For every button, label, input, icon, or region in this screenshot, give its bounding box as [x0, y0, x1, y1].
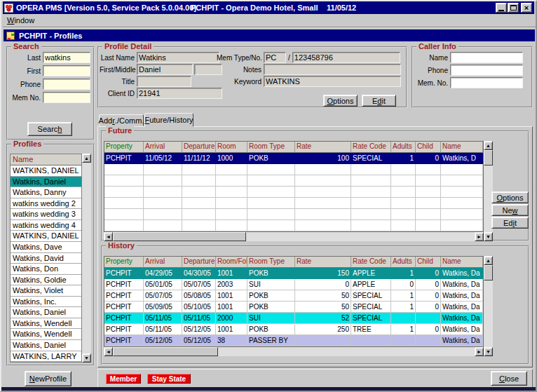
scroll-left-icon[interactable]: ◄ [104, 232, 113, 241]
table-cell: POKB [247, 153, 295, 164]
future-group-label: Future [106, 126, 134, 135]
profile-list-item[interactable]: Watkins, Daniel [11, 340, 81, 351]
profile-list-item[interactable]: watkins wedding 2 [11, 198, 81, 210]
detail-title-label: Title [100, 78, 135, 86]
table-row[interactable]: PCHPIT05/12/0505/12/0538PASSER BYWatkins… [104, 335, 483, 346]
detail-last-name-field[interactable] [137, 52, 219, 63]
scroll-down-icon[interactable]: ▼ [82, 353, 91, 363]
scrollbar-track[interactable] [113, 347, 475, 356]
caller-phone-input[interactable] [450, 65, 523, 76]
table-row[interactable]: PCHPIT05/07/0505/08/051001POKB50SPECIAL1… [104, 290, 483, 302]
profile-list-item[interactable]: watkins wedding 4 [11, 220, 81, 231]
table-row[interactable]: PCHPIT04/29/0504/30/051001POKB150APPLE10… [104, 268, 483, 279]
profile-list-item[interactable]: Watkins, Daniel [11, 307, 81, 318]
table-row[interactable]: PCHPIT05/09/0505/10/051001POKB50SPECIAL1… [104, 302, 483, 313]
table-row[interactable]: PCHPIT05/11/0505/11/052000SUI52SPECIALWa… [104, 313, 483, 324]
notes-field[interactable] [264, 64, 401, 75]
scroll-down-icon[interactable]: ▼ [484, 232, 493, 241]
scroll-right-icon[interactable]: ► [475, 232, 484, 241]
profile-list-item[interactable]: watkins wedding 3 [11, 209, 81, 220]
search-mem-no-input[interactable] [43, 92, 90, 103]
scroll-up-icon[interactable]: ▲ [484, 256, 493, 265]
new-profile-button[interactable]: New Profile [25, 371, 72, 386]
table-cell [351, 220, 391, 231]
close-window-button[interactable]: × [521, 3, 532, 13]
profile-list-item[interactable]: Watkins, David [11, 253, 81, 264]
profile-list-item[interactable]: Watkins, Goldie [11, 275, 81, 286]
profile-list-item[interactable]: Watkins, Violet [11, 285, 81, 297]
profile-list-item[interactable]: Watkins, Don [11, 264, 81, 275]
table-row[interactable]: PCHPIT05/11/0505/12/051001POKB250TREE10W… [104, 324, 483, 335]
profile-list-item[interactable]: WATKINS, DANIEL [11, 165, 81, 177]
detail-options-button[interactable]: Options [323, 95, 358, 107]
maximize-button[interactable] [508, 3, 519, 13]
caller-name-input[interactable] [450, 52, 523, 63]
table-cell [391, 220, 416, 231]
scrollbar-thumb[interactable] [113, 232, 246, 241]
table-row[interactable]: PCHPIT05/01/0505/07/052003SUI0APPLE00Wat… [104, 279, 483, 290]
minimize-button[interactable] [496, 3, 507, 13]
keyword-field[interactable] [264, 76, 401, 87]
search-group: Search Last First Phone Mem No. Search [6, 46, 95, 140]
caller-mem-no-input[interactable] [450, 77, 523, 88]
scrollbar-track[interactable] [113, 232, 475, 241]
new-button[interactable]: New [491, 204, 529, 216]
table-cell: PCHPIT [104, 313, 144, 324]
search-last-input[interactable] [43, 52, 90, 63]
table-cell: Watkins, Da [441, 268, 483, 279]
table-cell: 1 [391, 268, 416, 279]
profile-list-item[interactable]: Watkins, Danny [11, 187, 81, 198]
scrollbar-thumb[interactable] [113, 347, 218, 356]
tab-future-history[interactable]: Future/History [144, 113, 193, 127]
table-empty-row [104, 164, 483, 175]
table-cell: PCHPIT [104, 335, 144, 346]
history-h-scrollbar: ◄ ► [104, 347, 484, 356]
detail-client-id-field[interactable] [137, 88, 222, 99]
profile-list-item[interactable]: Watkins, Wendell [11, 318, 81, 330]
profile-list-item[interactable]: WATKINS, LARRY [11, 351, 81, 363]
table-cell: 0 [416, 153, 441, 164]
close-button[interactable]: Close [491, 371, 527, 386]
table-cell [295, 220, 351, 231]
scroll-up-icon[interactable]: ▲ [484, 141, 493, 150]
table-cell [104, 175, 144, 187]
profile-list-item[interactable]: Watkins, Wendell [11, 329, 81, 340]
mem-no-field[interactable] [292, 52, 400, 63]
scrollbar-track[interactable] [82, 163, 91, 353]
detail-first-name-field[interactable] [137, 64, 193, 75]
column-header: Departure [182, 257, 216, 268]
stay-state-legend-button[interactable]: Stay State [147, 374, 191, 384]
table-cell [351, 187, 391, 198]
table-cell: 250 [295, 324, 351, 335]
scroll-right-icon[interactable]: ► [475, 347, 484, 356]
profiles-window-icon [6, 32, 15, 40]
search-button[interactable]: Search [27, 122, 72, 136]
options-button[interactable]: Options [491, 191, 529, 203]
profile-list-item[interactable]: Watkins, Inc. [11, 297, 81, 308]
tab-addr-comm[interactable]: Addr./Comm. [99, 114, 144, 126]
search-phone-input[interactable] [43, 79, 90, 90]
profile-list-item[interactable]: Watkins, Daniel [11, 177, 81, 188]
scroll-up-icon[interactable]: ▲ [82, 154, 91, 163]
mem-type-field[interactable] [264, 52, 286, 63]
detail-edit-button[interactable]: Edit [362, 95, 396, 107]
profile-list-item[interactable]: Watkins, Dave [11, 242, 81, 253]
edit-button[interactable]: Edit [491, 217, 529, 229]
scroll-left-icon[interactable]: ◄ [104, 347, 113, 356]
scroll-down-icon[interactable]: ▼ [484, 347, 493, 356]
column-header: Property [104, 142, 144, 153]
profile-list-item[interactable]: WATKINS, DANIEL [11, 231, 81, 242]
scrollbar-track[interactable] [484, 265, 493, 347]
scrollbar-thumb[interactable] [484, 265, 493, 281]
legend-panel: Member Stay State [97, 369, 533, 388]
table-cell: 1000 [216, 153, 247, 164]
table-row[interactable]: PCHPIT11/05/1211/11/121000POKB100SPECIAL… [104, 153, 483, 164]
table-cell [247, 209, 295, 220]
table-cell [216, 220, 247, 231]
scrollbar-thumb[interactable] [484, 150, 493, 165]
menu-window[interactable]: Window [3, 15, 39, 26]
member-legend-button[interactable]: Member [106, 374, 141, 384]
search-first-input[interactable] [43, 65, 90, 76]
table-cell [416, 335, 441, 346]
detail-title-field[interactable] [137, 76, 191, 87]
